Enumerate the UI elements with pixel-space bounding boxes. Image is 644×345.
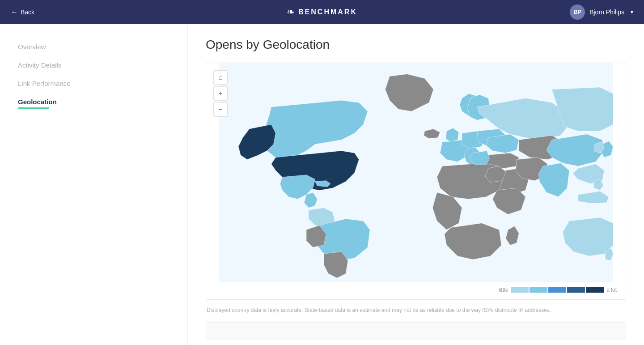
legend-segment-2 (530, 287, 547, 293)
sidebar-item-label: Overview (18, 43, 46, 51)
user-name: Bjorn Philips (589, 9, 624, 16)
map-container: ⌂ + − (206, 63, 626, 300)
map-disclaimer: Displayed country data is fairly accurat… (206, 307, 626, 313)
header-right: BP Bjorn Philips ▾ (570, 4, 633, 20)
sidebar-item-link-performance[interactable]: Link Performance (0, 74, 187, 93)
world-map-svg (206, 63, 626, 282)
header: ← Back ❧ BENCHMARK BP Bjorn Philips ▾ (0, 0, 644, 24)
chevron-down-icon: ▾ (631, 9, 633, 15)
legend-segment-5 (586, 287, 604, 293)
sidebar: Overview Activity Details Link Performan… (0, 24, 188, 345)
logo: ❧ BENCHMARK (287, 6, 357, 18)
sidebar-item-label: Activity Details (18, 61, 62, 69)
logo-icon: ❧ (287, 6, 295, 18)
header-left: ← Back (11, 8, 34, 16)
legend-little-label: little (499, 287, 508, 293)
map-zoom-out-button[interactable]: − (213, 102, 228, 117)
back-button[interactable]: ← Back (11, 8, 34, 16)
page-title: Opens by Geolocation (206, 38, 626, 52)
back-label: Back (21, 9, 34, 16)
map-controls: ⌂ + − (213, 70, 228, 119)
main-content: Opens by Geolocation ⌂ + − (188, 24, 644, 345)
sidebar-item-label: Link Performance (18, 80, 71, 87)
map-zoom-in-button[interactable]: + (213, 86, 228, 101)
bottom-section (206, 322, 626, 340)
map-legend: little a lot (206, 282, 626, 299)
avatar-initials: BP (574, 9, 581, 15)
logo-text: BENCHMARK (298, 8, 357, 16)
legend-segment-4 (567, 287, 585, 293)
legend-bar (511, 287, 604, 293)
legend-segment-3 (548, 287, 566, 293)
legend-segment-1 (511, 287, 529, 293)
sidebar-item-overview[interactable]: Overview (0, 38, 187, 56)
back-arrow-icon: ← (11, 8, 18, 16)
map-home-button[interactable]: ⌂ (213, 70, 228, 85)
layout: Overview Activity Details Link Performan… (0, 24, 644, 345)
sidebar-item-geolocation[interactable]: Geolocation (0, 93, 187, 114)
legend-alot-label: a lot (606, 287, 617, 293)
sidebar-item-activity-details[interactable]: Activity Details (0, 56, 187, 74)
avatar: BP (570, 4, 585, 20)
sidebar-item-label: Geolocation (18, 98, 57, 106)
map-svg-wrapper (206, 63, 626, 282)
